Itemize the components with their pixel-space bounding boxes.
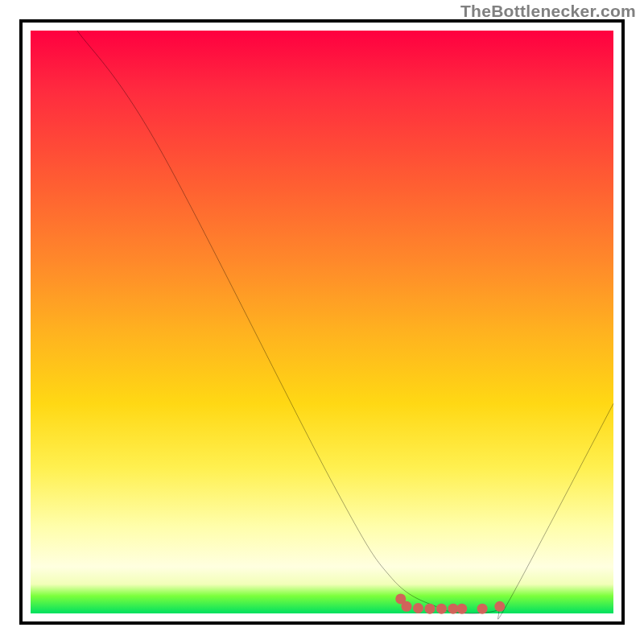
- marker-dot: [413, 603, 423, 613]
- chart-root: TheBottlenecker.com: [0, 0, 644, 644]
- marker-dot: [424, 604, 435, 614]
- marker-dot: [436, 604, 447, 614]
- marker-dot: [477, 604, 488, 614]
- attribution-label: TheBottlenecker.com: [460, 2, 636, 21]
- bottom-dots: [395, 593, 505, 613]
- marker-dot: [401, 601, 411, 612]
- chart-frame: [19, 19, 625, 625]
- marker-dot: [494, 601, 505, 612]
- chart-svg: [31, 31, 613, 613]
- plot-area: [31, 31, 613, 613]
- marker-dot: [456, 604, 467, 614]
- chart-gutter: [23, 23, 621, 621]
- bottleneck-curve: [77, 31, 613, 619]
